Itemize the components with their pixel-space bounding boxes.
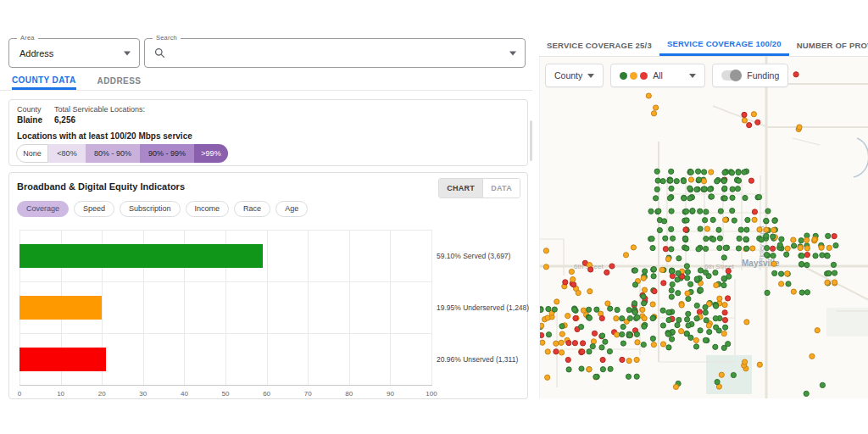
map-location-dot[interactable] bbox=[683, 227, 688, 232]
map-location-dot[interactable] bbox=[764, 218, 769, 223]
map-location-dot[interactable] bbox=[659, 267, 665, 272]
map-location-dot[interactable] bbox=[697, 309, 702, 314]
map-location-dot[interactable] bbox=[576, 290, 581, 295]
map-legend-dropdown[interactable]: All bbox=[610, 64, 705, 87]
map-location-dot[interactable] bbox=[832, 280, 837, 285]
map-location-dot[interactable] bbox=[654, 186, 659, 192]
map-location-dot[interactable] bbox=[737, 236, 742, 241]
map-location-dot[interactable] bbox=[736, 246, 741, 251]
map-location-dot[interactable] bbox=[717, 296, 722, 301]
map-location-dot[interactable] bbox=[652, 289, 657, 294]
map-location-dot[interactable] bbox=[694, 316, 699, 321]
map-location-dot[interactable] bbox=[684, 209, 689, 214]
map-county-dropdown[interactable]: County bbox=[545, 64, 604, 87]
map-location-dot[interactable] bbox=[654, 196, 659, 201]
map-location-dot[interactable] bbox=[738, 227, 743, 232]
map-location-dot[interactable] bbox=[686, 323, 691, 328]
map-location-dot[interactable] bbox=[573, 315, 578, 320]
map-location-dot[interactable] bbox=[772, 218, 777, 223]
map-location-dot[interactable] bbox=[825, 280, 830, 285]
map-location-dot[interactable] bbox=[745, 217, 750, 222]
map-location-dot[interactable] bbox=[750, 246, 755, 251]
map-location-dot[interactable] bbox=[651, 111, 656, 116]
map-location-dot[interactable] bbox=[669, 209, 674, 214]
map-location-dot[interactable] bbox=[665, 257, 670, 262]
map-location-dot[interactable] bbox=[693, 344, 698, 349]
chip-coverage[interactable]: Coverage bbox=[17, 201, 69, 217]
map-location-dot[interactable] bbox=[772, 270, 777, 275]
map-location-dot[interactable] bbox=[742, 112, 747, 117]
tab-number-of-providers[interactable]: NUMBER OF PROVIDERS bbox=[789, 34, 868, 56]
map-location-dot[interactable] bbox=[554, 341, 559, 346]
map-location-dot[interactable] bbox=[721, 179, 726, 184]
map-location-dot[interactable] bbox=[656, 209, 661, 214]
map-location-dot[interactable] bbox=[831, 262, 836, 267]
map-location-dot[interactable] bbox=[572, 307, 577, 312]
map-location-dot[interactable] bbox=[713, 316, 718, 321]
map-location-dot[interactable] bbox=[694, 276, 699, 281]
map-location-dot[interactable] bbox=[632, 309, 637, 314]
map-location-dot[interactable] bbox=[684, 264, 689, 269]
map-location-dot[interactable] bbox=[786, 281, 791, 287]
map-location-dot[interactable] bbox=[640, 307, 645, 312]
map-location-dot[interactable] bbox=[643, 269, 648, 274]
map-location-dot[interactable] bbox=[708, 186, 713, 192]
map-location-dot[interactable] bbox=[735, 186, 740, 192]
map-location-dot[interactable] bbox=[670, 274, 675, 279]
map-location-dot[interactable] bbox=[793, 72, 798, 77]
map-location-dot[interactable] bbox=[670, 282, 675, 287]
map-location-dot[interactable] bbox=[771, 234, 776, 239]
map-location-dot[interactable] bbox=[660, 179, 665, 184]
map-location-dot[interactable] bbox=[704, 209, 709, 214]
map-location-dot[interactable] bbox=[703, 304, 708, 309]
map-location-dot[interactable] bbox=[676, 256, 682, 261]
map-location-dot[interactable] bbox=[642, 287, 647, 292]
map-location-dot[interactable] bbox=[669, 169, 674, 174]
map-location-dot[interactable] bbox=[759, 237, 764, 242]
map-location-dot[interactable] bbox=[646, 93, 651, 98]
map-location-dot[interactable] bbox=[571, 282, 576, 287]
map-location-dot[interactable] bbox=[666, 310, 671, 315]
map-location-dot[interactable] bbox=[641, 275, 646, 281]
map-location-dot[interactable] bbox=[696, 169, 701, 174]
map-location-dot[interactable] bbox=[642, 301, 647, 306]
map-location-dot[interactable] bbox=[723, 217, 728, 222]
map-location-dot[interactable] bbox=[726, 269, 731, 274]
map-location-dot[interactable] bbox=[722, 170, 727, 175]
map-location-dot[interactable] bbox=[812, 236, 817, 242]
map-location-dot[interactable] bbox=[572, 341, 577, 346]
map-location-dot[interactable] bbox=[651, 274, 656, 279]
map-location-dot[interactable] bbox=[642, 324, 647, 329]
map-location-dot[interactable] bbox=[779, 281, 784, 287]
map-location-dot[interactable] bbox=[833, 243, 838, 248]
map-location-dot[interactable] bbox=[543, 264, 548, 270]
map-location-dot[interactable] bbox=[826, 245, 832, 250]
map-location-dot[interactable] bbox=[722, 186, 727, 191]
map-location-dot[interactable] bbox=[764, 253, 769, 258]
map-location-dot[interactable] bbox=[702, 170, 707, 175]
map-location-dot[interactable] bbox=[554, 349, 559, 354]
map-location-dot[interactable] bbox=[682, 196, 687, 201]
legend-pill--99-[interactable]: >99% bbox=[194, 144, 228, 163]
map-location-dot[interactable] bbox=[669, 186, 674, 191]
map-location-dot[interactable] bbox=[757, 227, 762, 232]
map-location-dot[interactable] bbox=[804, 246, 810, 251]
map-location-dot[interactable] bbox=[744, 246, 749, 251]
map-location-dot[interactable] bbox=[826, 233, 831, 238]
map-location-dot[interactable] bbox=[722, 318, 727, 323]
map-location-dot[interactable] bbox=[747, 123, 752, 128]
map-location-dot[interactable] bbox=[635, 340, 640, 345]
map-location-dot[interactable] bbox=[673, 384, 678, 389]
map-location-dot[interactable] bbox=[642, 316, 647, 321]
map-location-dot[interactable] bbox=[607, 349, 612, 354]
map-location-dot[interactable] bbox=[711, 236, 716, 242]
map-location-dot[interactable] bbox=[660, 323, 665, 328]
map-location-dot[interactable] bbox=[587, 367, 592, 372]
map-location-dot[interactable] bbox=[729, 170, 734, 175]
map-location-dot[interactable] bbox=[609, 264, 615, 269]
map-location-dot[interactable] bbox=[742, 170, 747, 175]
map-location-dot[interactable] bbox=[566, 341, 571, 346]
map-location-dot[interactable] bbox=[676, 270, 681, 275]
map-location-dot[interactable] bbox=[779, 271, 784, 276]
map-location-dot[interactable] bbox=[815, 328, 820, 333]
